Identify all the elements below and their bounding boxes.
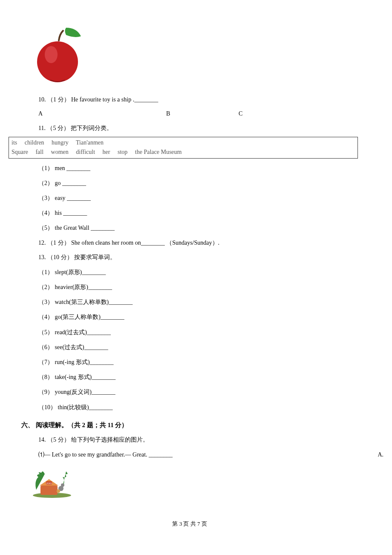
q11-sub1: （1） men ________ xyxy=(38,163,358,173)
q10-options: A B C xyxy=(38,108,358,119)
q11-sub5: （5） the Great Wall ________ xyxy=(38,223,358,233)
svg-point-0 xyxy=(37,41,78,82)
q13-sub2: （2） heavier(原形)________ xyxy=(38,282,358,292)
svg-rect-3 xyxy=(40,486,58,495)
q11-sub3: （3） easy ________ xyxy=(38,193,358,203)
svg-point-1 xyxy=(45,46,58,63)
svg-point-8 xyxy=(57,489,60,493)
q10-opt-b: B xyxy=(166,108,239,119)
svg-point-7 xyxy=(61,483,64,487)
q13-points: （10 分） xyxy=(47,254,73,260)
q10-text: He favourite toy is a ship .________ xyxy=(71,96,158,103)
q13-line: 13. （10 分） 按要求写单词。 xyxy=(38,252,358,263)
page-footer: 第 3 页 共 7 页 xyxy=(21,519,358,529)
q12-text: She often cleans her room on________ （Su… xyxy=(71,240,219,246)
q12-line: 12. （1 分） She often cleans her room on__… xyxy=(38,237,358,248)
apple-image xyxy=(30,26,85,83)
svg-text:ZOO: ZOO xyxy=(46,482,52,485)
q14-num: 14. xyxy=(38,436,46,443)
q11-sub4: （4） his ________ xyxy=(38,208,358,218)
q14-points: （5 分） xyxy=(47,436,70,443)
word-classification-box: its children hungry Tian'anmen Square fa… xyxy=(9,137,358,159)
zoo-image: ZOO xyxy=(32,466,72,498)
q11-line: 11. （5 分） 把下列词分类。 xyxy=(38,123,358,133)
q13-sub9: （9） young(反义词)________ xyxy=(38,387,358,397)
q13-sub4: （4） go(第三人称单数)________ xyxy=(38,312,358,322)
q14-text: 给下列句子选择相应的图片。 xyxy=(71,436,149,443)
q13-sub6: （6） see(过去式)________ xyxy=(38,342,358,353)
q13-sub5: （5） read(过去式)________ xyxy=(38,327,358,338)
q13-sub1: （1） slept(原形)________ xyxy=(38,267,358,278)
q12-points: （1 分） xyxy=(47,240,70,246)
word-box-line2: Square fall women difficult her stop the… xyxy=(12,147,355,157)
q13-sub7: （7） run(-ing 形式)________ xyxy=(38,357,358,367)
word-box-line1: its children hungry Tian'anmen xyxy=(12,138,355,147)
q11-num: 11. xyxy=(38,125,46,131)
q13-sub3: （3） watch(第三人称单数)________ xyxy=(38,297,358,307)
q14-item1-right: A. xyxy=(378,449,383,460)
q13-text: 按要求写单词。 xyxy=(74,254,116,260)
q10-points: （1 分） xyxy=(47,96,70,103)
q13-sub8: （8） take(-ing 形式)________ xyxy=(38,372,358,382)
q14-item1-left: ⑴— Let's go to see my grandfather.— Grea… xyxy=(38,449,173,460)
q13-num: 13. xyxy=(38,254,46,260)
q12-num: 12. xyxy=(38,240,46,246)
q11-points: （5 分） xyxy=(47,125,69,131)
q10-line: 10. （1 分） He favourite toy is a ship .__… xyxy=(38,94,358,105)
q10-opt-c: C xyxy=(239,108,242,119)
section6-header: 六、 阅读理解。（共 2 题；共 11 分） xyxy=(21,419,358,431)
q10-opt-a: A xyxy=(38,108,166,119)
q14-item1: ⑴— Let's go to see my grandfather.— Grea… xyxy=(38,449,383,460)
q11-text: 把下列词分类。 xyxy=(71,125,112,131)
q14-line: 14. （5 分） 给下列句子选择相应的图片。 xyxy=(38,434,358,445)
q10-num: 10. xyxy=(38,96,46,103)
q11-sub2: （2） go ________ xyxy=(38,178,358,188)
q13-sub10: （10） thin(比较级)________ xyxy=(38,402,358,413)
